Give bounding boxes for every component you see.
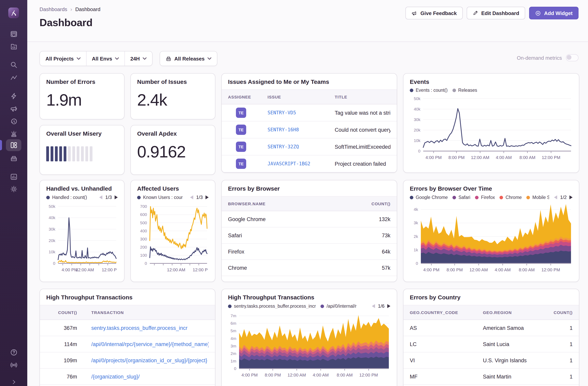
- legend-item[interactable]: Handled : count(): [46, 195, 87, 200]
- assignee-avatar[interactable]: TE: [236, 108, 246, 118]
- legend-item[interactable]: Safari: [452, 195, 470, 200]
- svg-text:2m: 2m: [231, 351, 236, 356]
- sidebar-item-search[interactable]: [0, 59, 27, 71]
- sidebar-item-whats-new[interactable]: [0, 359, 27, 371]
- sidebar-item-feedback[interactable]: [0, 103, 27, 115]
- release-filter[interactable]: All Releases: [160, 51, 217, 66]
- sidebar-item-help[interactable]: [0, 346, 27, 358]
- pencil-icon: [473, 10, 478, 16]
- projects-icon: [10, 43, 18, 51]
- issue-link[interactable]: JAVASCRIPT-1BG2: [268, 161, 335, 166]
- legend-item[interactable]: Releases: [452, 88, 477, 92]
- legend-dot: [452, 88, 456, 92]
- legend-item[interactable]: Firefox: [475, 195, 495, 200]
- count-value: 1: [570, 341, 573, 347]
- legend-pager: 1/6: [372, 303, 390, 309]
- sidebar-collapse-button[interactable]: [0, 376, 27, 386]
- issue-link[interactable]: SENTRY-VD5: [268, 110, 335, 115]
- legend-pager: 1/2: [554, 195, 573, 200]
- pager-prev-icon[interactable]: [554, 195, 557, 199]
- stats-chart-icon: [10, 173, 18, 181]
- count-value: 64k: [382, 249, 390, 254]
- column-header-transaction[interactable]: TRANSACTION: [91, 310, 209, 315]
- svg-text:8:00 PM: 8:00 PM: [448, 155, 464, 160]
- svg-text:1m: 1m: [231, 359, 236, 363]
- sidebar-item-dashboards[interactable]: [0, 139, 27, 151]
- legend-item[interactable]: Mobile S: [526, 195, 549, 200]
- pager-next-icon[interactable]: [206, 195, 209, 199]
- pager-next-icon[interactable]: [387, 304, 390, 308]
- legend-item[interactable]: Known Users : cour: [137, 195, 183, 200]
- widget-title: Number of Errors: [40, 73, 124, 85]
- chart-legend: Known Users : cour: [137, 195, 183, 200]
- column-header-count[interactable]: COUNT(): [46, 310, 77, 315]
- legend-dot: [526, 196, 530, 199]
- issue-link[interactable]: SENTRY-32ZQ: [268, 144, 335, 150]
- environment-filter[interactable]: All Envs: [86, 51, 125, 66]
- widget-title: Overall Apdex: [131, 125, 215, 137]
- issue-link[interactable]: SENTRY-16H8: [268, 127, 335, 133]
- pager-prev-icon[interactable]: [190, 195, 193, 199]
- sidebar-item-stats[interactable]: [0, 171, 27, 183]
- give-feedback-button[interactable]: Give Feedback: [405, 7, 463, 19]
- table-row: LCSaint Lucia1: [403, 336, 579, 352]
- legend-item[interactable]: Google Chrome: [410, 195, 448, 200]
- add-widget-button[interactable]: Add Widget: [529, 7, 579, 19]
- sidebar-item-alerts[interactable]: [0, 128, 27, 140]
- pager-count: 1/3: [105, 195, 112, 200]
- column-header-title[interactable]: TITLE: [335, 94, 390, 99]
- count-value: 1: [570, 357, 573, 363]
- pager-next-icon[interactable]: [115, 195, 118, 199]
- dashboard-main: All Projects All Envs 24H All Releases: [27, 42, 588, 386]
- svg-text:4:00 AM: 4:00 AM: [496, 155, 512, 160]
- sidebar-item-performance[interactable]: [0, 90, 27, 102]
- svg-text:0: 0: [234, 366, 236, 371]
- column-header-country-code[interactable]: GEO.COUNTRY_CODE: [410, 310, 483, 315]
- transaction-link[interactable]: /api/0/projects/{organization_id_or_slug…: [91, 357, 209, 363]
- svg-text:12:00 PM: 12:00 PM: [542, 155, 560, 160]
- widget-title: Overall User Misery: [40, 125, 124, 137]
- transaction-link[interactable]: /api/0/internal/rpc/{service_name}/{meth…: [91, 341, 209, 347]
- column-header-count[interactable]: COUNT(): [554, 310, 573, 315]
- breadcrumb-dashboards[interactable]: Dashboards: [40, 6, 67, 12]
- widget-high-throughput-table: High Throughput Transactions COUNT() TRA…: [40, 289, 215, 386]
- legend-item[interactable]: sentry.tasks.process_buffer.process_incr: [228, 304, 316, 309]
- column-header-browser[interactable]: BROWSER.NAME: [228, 201, 371, 206]
- sidebar-item-traces[interactable]: [0, 72, 27, 84]
- sidebar-item-issues[interactable]: [0, 28, 27, 40]
- pager-prev-icon[interactable]: [372, 304, 375, 308]
- svg-text:4m: 4m: [231, 336, 236, 341]
- region-name: American Samoa: [483, 325, 570, 331]
- column-header-region[interactable]: GEO.REGION: [483, 310, 554, 315]
- sentry-logo[interactable]: [8, 7, 19, 18]
- toggle-knob: [567, 55, 571, 60]
- assignee-avatar[interactable]: TE: [236, 159, 246, 169]
- transaction-link[interactable]: /{organization_slug}/: [91, 374, 209, 380]
- legend-item[interactable]: /api/0/internal/r: [321, 304, 357, 309]
- pager-next-icon[interactable]: [569, 195, 573, 199]
- legend-item[interactable]: Chrome: [500, 195, 522, 200]
- assignee-avatar[interactable]: TE: [236, 125, 246, 135]
- column-header-assignee[interactable]: ASSIGNEE: [228, 94, 268, 99]
- edit-dashboard-button[interactable]: Edit Dashboard: [467, 7, 525, 19]
- column-header-count[interactable]: COUNT(): [371, 201, 390, 206]
- assignee-avatar[interactable]: TE: [236, 142, 246, 152]
- widget-number-of-issues: Number of Issues 2.4k: [130, 73, 215, 119]
- project-filter[interactable]: All Projects: [40, 51, 86, 66]
- sidebar-item-releases[interactable]: [0, 152, 27, 164]
- sidebar-item-settings[interactable]: [0, 183, 27, 195]
- sidebar-item-projects[interactable]: [0, 41, 27, 53]
- pager-prev-icon[interactable]: [99, 195, 103, 199]
- big-number-value: 0.9162: [131, 142, 215, 161]
- ondemand-metrics-toggle[interactable]: [566, 54, 579, 61]
- svg-text:12:00 PM: 12:00 PM: [359, 373, 378, 378]
- sidebar-item-replays[interactable]: [0, 115, 27, 127]
- date-range-filter[interactable]: 24H: [125, 51, 152, 66]
- legend-dot: [321, 304, 324, 308]
- count-value: 76m: [46, 374, 77, 380]
- legend-item[interactable]: Events : count(): [410, 88, 447, 92]
- issues-icon: [10, 30, 18, 38]
- chevron-down-icon: [208, 57, 211, 60]
- transaction-link[interactable]: sentry.tasks.process_buffer.process_incr: [91, 325, 209, 331]
- column-header-issue[interactable]: ISSUE: [268, 94, 335, 99]
